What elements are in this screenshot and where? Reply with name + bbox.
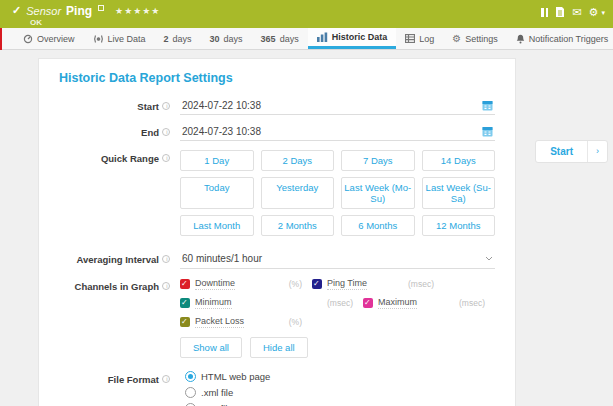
bar-chart-icon (317, 32, 328, 42)
channel-downtime[interactable]: Downtime (%) (180, 278, 312, 290)
channels-row: Channels in Graph Downtime (%) Ping Time… (59, 278, 495, 358)
tab-overview[interactable]: Overview (14, 28, 84, 49)
end-label: End (59, 124, 159, 138)
page-title: Ping (66, 4, 92, 18)
start-input[interactable]: 2024-07-22 10:38 (180, 98, 495, 115)
pause-icon[interactable] (541, 8, 548, 17)
calendar-icon[interactable] (482, 126, 493, 137)
settings-gear-icon: ⚙ (452, 34, 461, 44)
quick-range-6-months[interactable]: 6 Months (341, 215, 415, 236)
quick-range-label: Quick Range (59, 150, 159, 164)
calendar-icon[interactable] (482, 100, 493, 111)
info-icon[interactable] (162, 102, 170, 110)
settings-card: Historic Data Report Settings Start 2024… (38, 58, 516, 406)
info-icon[interactable] (162, 255, 170, 263)
section-title-historic: Historic Data Report Settings (59, 71, 495, 85)
priority-stars[interactable]: ★★★★★ (115, 6, 160, 16)
quick-range-2-days[interactable]: 2 Days (261, 150, 335, 171)
end-row: End 2024-07-23 10:38 (59, 124, 495, 141)
checkbox-checked[interactable] (180, 279, 190, 289)
channel-packet-loss[interactable]: Packet Loss (%) (180, 316, 312, 328)
hide-all-button[interactable]: Hide all (250, 337, 308, 358)
channel-minimum[interactable]: Minimum (msec) (180, 297, 363, 309)
tab-365-days[interactable]: 365days (252, 28, 308, 49)
info-icon[interactable] (162, 128, 170, 136)
tab-historic-data[interactable]: Historic Data (308, 28, 397, 49)
status-ok-icon: ✓ (12, 4, 21, 17)
tab-notification-triggers[interactable]: Notification Triggers (507, 28, 613, 49)
channel-ping-time[interactable]: Ping Time (msec) (312, 278, 444, 290)
info-icon[interactable] (162, 375, 170, 383)
main-content: Historic Data Report Settings Start 2024… (0, 50, 613, 406)
start-report-button[interactable]: Start (536, 141, 588, 162)
channels-label: Channels in Graph (59, 278, 159, 292)
start-arrow-button[interactable]: › (588, 141, 607, 162)
chevron-down-icon[interactable]: ▾ (601, 7, 605, 18)
bell-icon (516, 34, 525, 44)
gauge-icon (23, 34, 33, 44)
quick-range-yesterday[interactable]: Yesterday (261, 177, 335, 209)
quick-range-12-months[interactable]: 12 Months (422, 215, 496, 236)
sensor-header: ✓ Sensor Ping ★★★★★ OK ✉ ⚙ ▾ (0, 0, 613, 28)
checkbox-checked[interactable] (363, 298, 373, 308)
file-format-xml[interactable]: .xml file (180, 387, 495, 398)
quick-range-1-day[interactable]: 1 Day (180, 150, 254, 171)
averaging-select[interactable]: 60 minutes/1 hour (180, 251, 495, 269)
file-format-row: File Format HTML web page .xml file .csv… (59, 371, 495, 406)
checkbox-checked[interactable] (180, 317, 190, 327)
sensor-flag-icon (98, 5, 104, 11)
quick-range-2-months[interactable]: 2 Months (261, 215, 335, 236)
channel-maximum[interactable]: Maximum (msec) (363, 297, 495, 309)
radio-unselected[interactable] (185, 387, 196, 398)
radio-selected[interactable] (185, 371, 196, 382)
tab-2-days[interactable]: 2days (155, 28, 201, 49)
gear-icon[interactable]: ⚙ (589, 7, 599, 18)
quick-range-today[interactable]: Today (180, 177, 254, 209)
left-accent-bar (0, 28, 2, 50)
info-icon[interactable] (162, 154, 170, 162)
tab-bar: Overview Live Data 2days 30days 365days … (0, 28, 613, 50)
quick-range-last-week-mo-su[interactable]: Last Week (Mo-Su) (341, 177, 415, 209)
report-icon[interactable] (555, 6, 565, 18)
tab-live-data[interactable]: Live Data (84, 28, 155, 49)
quick-range-last-week-su-sa[interactable]: Last Week (Su-Sa) (422, 177, 496, 209)
info-icon[interactable] (162, 282, 170, 290)
quick-range-row: Quick Range 1 Day 2 Days 7 Days 14 Days … (59, 150, 495, 242)
quick-range-last-month[interactable]: Last Month (180, 215, 254, 236)
mail-icon[interactable]: ✉ (572, 7, 581, 18)
averaging-label: Averaging Interval (59, 251, 159, 265)
live-signal-icon (93, 34, 104, 44)
quick-range-14-days[interactable]: 14 Days (422, 150, 496, 171)
chevron-down-icon (485, 256, 493, 261)
start-row: Start 2024-07-22 10:38 (59, 98, 495, 115)
checkbox-checked[interactable] (312, 279, 322, 289)
start-label: Start (59, 98, 159, 112)
tab-log[interactable]: Log (396, 28, 443, 49)
averaging-row: Averaging Interval 60 minutes/1 hour (59, 251, 495, 269)
end-input[interactable]: 2024-07-23 10:38 (180, 124, 495, 141)
start-report-button-group: Start › (535, 140, 608, 163)
status-badge: OK (12, 18, 605, 27)
object-type-label: Sensor (26, 5, 61, 17)
tab-30-days[interactable]: 30days (201, 28, 252, 49)
quick-range-7-days[interactable]: 7 Days (341, 150, 415, 171)
file-format-label: File Format (59, 371, 159, 385)
checkbox-checked[interactable] (180, 298, 190, 308)
show-all-button[interactable]: Show all (180, 337, 242, 358)
tab-settings[interactable]: ⚙ Settings (443, 28, 507, 49)
log-table-icon (405, 34, 415, 43)
file-format-html[interactable]: HTML web page (180, 371, 495, 382)
